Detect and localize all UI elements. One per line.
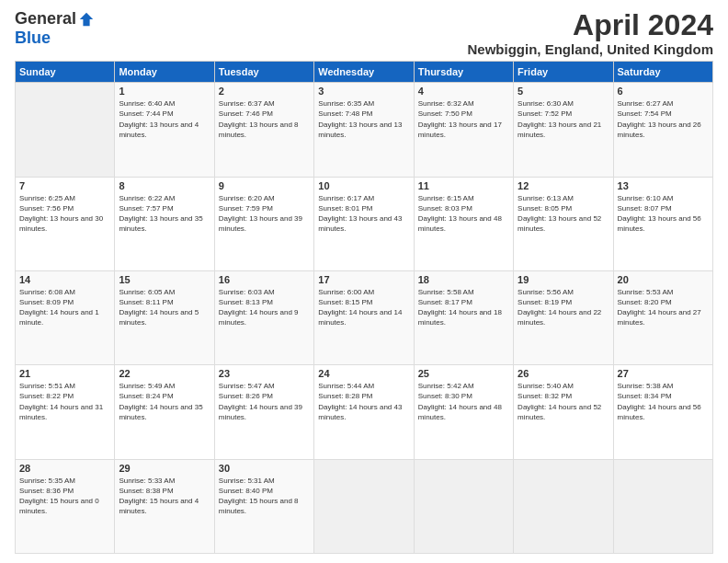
calendar-cell: 27Sunrise: 5:38 AMSunset: 8:34 PMDayligh… [613,365,712,459]
page: General Blue April 2024 Newbiggin, Engla… [0,0,728,563]
day-number: 12 [518,180,609,191]
day-info: Sunrise: 5:53 AMSunset: 8:20 PMDaylight:… [618,287,709,328]
day-header-tuesday: Tuesday [214,62,313,83]
week-row-3: 14Sunrise: 6:08 AMSunset: 8:09 PMDayligh… [16,270,713,364]
day-info: Sunrise: 6:10 AMSunset: 8:07 PMDaylight:… [618,193,709,235]
calendar-cell: 25Sunrise: 5:42 AMSunset: 8:30 PMDayligh… [414,365,513,459]
week-row-4: 21Sunrise: 5:51 AMSunset: 8:22 PMDayligh… [16,365,713,459]
day-info: Sunrise: 6:40 AMSunset: 7:44 PMDaylight:… [119,98,210,140]
day-info: Sunrise: 6:15 AMSunset: 8:03 PMDaylight:… [418,193,509,235]
day-number: 21 [19,368,110,379]
day-info: Sunrise: 5:31 AMSunset: 8:40 PMDaylight:… [219,476,310,517]
calendar-cell [414,459,513,553]
day-info: Sunrise: 6:03 AMSunset: 8:13 PMDaylight:… [219,287,310,328]
day-info: Sunrise: 5:38 AMSunset: 8:34 PMDaylight:… [618,381,709,422]
calendar-cell [514,459,613,553]
header: General Blue April 2024 Newbiggin, Engla… [15,9,713,57]
day-info: Sunrise: 6:08 AMSunset: 8:09 PMDaylight:… [19,287,110,328]
calendar-cell: 11Sunrise: 6:15 AMSunset: 8:03 PMDayligh… [414,177,513,270]
day-info: Sunrise: 5:51 AMSunset: 8:22 PMDaylight:… [19,381,110,422]
calendar-table: SundayMondayTuesdayWednesdayThursdayFrid… [15,61,713,554]
day-number: 17 [318,274,409,285]
header-row: SundayMondayTuesdayWednesdayThursdayFrid… [16,62,713,83]
day-number: 6 [618,86,709,97]
day-number: 13 [618,180,709,191]
calendar-cell: 24Sunrise: 5:44 AMSunset: 8:28 PMDayligh… [314,365,414,459]
day-header-thursday: Thursday [414,62,513,83]
day-info: Sunrise: 5:49 AMSunset: 8:24 PMDaylight:… [119,381,210,422]
day-info: Sunrise: 6:37 AMSunset: 7:46 PMDaylight:… [219,98,310,140]
title-section: April 2024 Newbiggin, England, United Ki… [468,9,713,57]
calendar-cell: 20Sunrise: 5:53 AMSunset: 8:20 PMDayligh… [613,270,712,364]
calendar-cell: 7Sunrise: 6:25 AMSunset: 7:56 PMDaylight… [16,177,115,270]
calendar-cell: 13Sunrise: 6:10 AMSunset: 8:07 PMDayligh… [613,177,712,270]
calendar-cell: 2Sunrise: 6:37 AMSunset: 7:46 PMDaylight… [214,83,313,177]
day-number: 3 [318,86,409,97]
day-info: Sunrise: 6:32 AMSunset: 7:50 PMDaylight:… [418,98,509,140]
day-number: 22 [119,368,210,379]
week-row-2: 7Sunrise: 6:25 AMSunset: 7:56 PMDaylight… [16,177,713,270]
week-row-1: 1Sunrise: 6:40 AMSunset: 7:44 PMDaylight… [16,83,713,177]
day-info: Sunrise: 6:17 AMSunset: 8:01 PMDaylight:… [318,193,409,235]
day-number: 8 [119,180,210,191]
calendar-cell: 5Sunrise: 6:30 AMSunset: 7:52 PMDaylight… [514,83,613,177]
day-number: 5 [518,86,609,97]
calendar-cell: 26Sunrise: 5:40 AMSunset: 8:32 PMDayligh… [514,365,613,459]
day-info: Sunrise: 5:35 AMSunset: 8:36 PMDaylight:… [19,476,110,517]
day-header-saturday: Saturday [613,62,712,83]
day-info: Sunrise: 5:44 AMSunset: 8:28 PMDaylight:… [318,381,409,422]
day-info: Sunrise: 5:40 AMSunset: 8:32 PMDaylight:… [518,381,609,422]
svg-marker-0 [80,12,93,25]
calendar-cell [613,459,712,553]
day-header-friday: Friday [514,62,613,83]
day-info: Sunrise: 6:20 AMSunset: 7:59 PMDaylight:… [219,193,310,235]
calendar-cell: 6Sunrise: 6:27 AMSunset: 7:54 PMDaylight… [613,83,712,177]
calendar-cell: 10Sunrise: 6:17 AMSunset: 8:01 PMDayligh… [314,177,414,270]
day-number: 10 [318,180,409,191]
day-info: Sunrise: 6:05 AMSunset: 8:11 PMDaylight:… [119,287,210,328]
day-header-monday: Monday [115,62,214,83]
day-number: 1 [119,86,210,97]
day-number: 11 [418,180,509,191]
calendar-cell: 29Sunrise: 5:33 AMSunset: 8:38 PMDayligh… [115,459,214,553]
day-number: 25 [418,368,509,379]
day-number: 9 [219,180,310,191]
calendar-cell: 3Sunrise: 6:35 AMSunset: 7:48 PMDaylight… [314,83,414,177]
calendar-cell: 22Sunrise: 5:49 AMSunset: 8:24 PMDayligh… [115,365,214,459]
day-number: 24 [318,368,409,379]
logo: General Blue [15,9,95,48]
calendar-cell [314,459,414,553]
calendar-cell: 30Sunrise: 5:31 AMSunset: 8:40 PMDayligh… [214,459,313,553]
day-info: Sunrise: 5:33 AMSunset: 8:38 PMDaylight:… [119,476,210,517]
day-number: 2 [219,86,310,97]
calendar-cell: 19Sunrise: 5:56 AMSunset: 8:19 PMDayligh… [514,270,613,364]
day-header-wednesday: Wednesday [314,62,414,83]
month-title: April 2024 [468,9,713,41]
week-row-5: 28Sunrise: 5:35 AMSunset: 8:36 PMDayligh… [16,459,713,553]
calendar-cell: 17Sunrise: 6:00 AMSunset: 8:15 PMDayligh… [314,270,414,364]
calendar-cell: 28Sunrise: 5:35 AMSunset: 8:36 PMDayligh… [16,459,115,553]
calendar-cell: 4Sunrise: 6:32 AMSunset: 7:50 PMDaylight… [414,83,513,177]
day-info: Sunrise: 5:56 AMSunset: 8:19 PMDaylight:… [518,287,609,328]
day-number: 27 [618,368,709,379]
calendar-cell: 21Sunrise: 5:51 AMSunset: 8:22 PMDayligh… [16,365,115,459]
day-number: 15 [119,274,210,285]
calendar-cell: 1Sunrise: 6:40 AMSunset: 7:44 PMDaylight… [115,83,214,177]
day-number: 4 [418,86,509,97]
day-number: 18 [418,274,509,285]
day-number: 28 [19,463,110,474]
day-info: Sunrise: 6:00 AMSunset: 8:15 PMDaylight:… [318,287,409,328]
day-header-sunday: Sunday [16,62,115,83]
calendar-cell: 23Sunrise: 5:47 AMSunset: 8:26 PMDayligh… [214,365,313,459]
day-number: 29 [119,463,210,474]
calendar-cell: 18Sunrise: 5:58 AMSunset: 8:17 PMDayligh… [414,270,513,364]
day-info: Sunrise: 5:47 AMSunset: 8:26 PMDaylight:… [219,381,310,422]
calendar-cell: 16Sunrise: 6:03 AMSunset: 8:13 PMDayligh… [214,270,313,364]
day-info: Sunrise: 6:35 AMSunset: 7:48 PMDaylight:… [318,98,409,140]
day-number: 14 [19,274,110,285]
logo-general-text: General [15,9,76,29]
logo-icon [78,11,95,28]
day-info: Sunrise: 6:22 AMSunset: 7:57 PMDaylight:… [119,193,210,235]
calendar-cell: 15Sunrise: 6:05 AMSunset: 8:11 PMDayligh… [115,270,214,364]
day-number: 7 [19,180,110,191]
